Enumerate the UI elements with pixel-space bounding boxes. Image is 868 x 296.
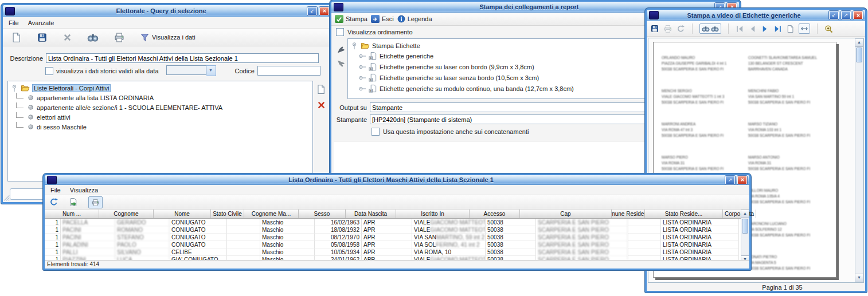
tree-item-label: appartenente alla lista LISTA ORDINARIA [37,94,154,101]
column-header[interactable]: Iscritto In [396,210,470,218]
fit-width-button[interactable] [799,23,810,34]
print-icon[interactable] [663,24,672,33]
column-header[interactable]: Cap [520,210,612,218]
new-query-icon[interactable] [11,32,22,43]
add-criteria-icon[interactable] [316,84,326,94]
export-icon[interactable] [69,198,78,207]
search-labels-button[interactable] [699,23,721,34]
table-row[interactable]: 1 PALLI SILVANO CELIBE Maschio 10/05/193… [45,248,749,256]
first-page-icon[interactable] [736,25,744,33]
cell-num: 1 [45,226,61,234]
minimize-button[interactable]: ↙ [307,7,317,15]
tree-root-label[interactable]: Liste Elettorali - Corpi Attivi [32,84,111,92]
column-header[interactable]: Stato Reside... [645,210,723,218]
legenda-button[interactable]: Legenda [397,15,432,23]
cell-nome: GERARDO [115,219,170,226]
table-body: 1 PACELLA GERARDO CONIUGATO Maschio 16/0… [45,219,749,265]
label-line-3: 50038 SCARPERIA E SAN PIERO FI [748,100,830,105]
column-header[interactable]: Data Nascita [346,210,396,218]
table-row[interactable]: 1 PACELLA GERARDO CONIUGATO Maschio 16/0… [45,219,749,226]
ordinamento-checkbox[interactable] [336,28,344,36]
tree-root[interactable]: Liste Elettorali - Corpi Attivi [10,83,310,93]
refresh-icon[interactable] [677,25,685,33]
restore-button[interactable]: ↗ [725,176,735,184]
scroll-thumb[interactable] [742,219,748,234]
tree-item[interactable]: appartenente alle/e sezione/i 1 - SCUOLA… [10,102,310,112]
scroll-down-icon[interactable]: ▼ [855,274,863,282]
expander-icon[interactable] [350,42,358,50]
menu-file[interactable]: File [9,19,19,26]
thumb-up-icon[interactable] [336,45,345,54]
table-row[interactable]: 1 PALADINI PAOLO CONIUGATO Maschio 05/08… [45,241,749,248]
menu-file[interactable]: File [50,187,61,194]
codice-input[interactable] [257,66,320,76]
save-icon[interactable] [37,32,48,43]
zoom-in-icon[interactable] [824,25,833,33]
minimize-button[interactable]: ↙ [829,11,839,19]
cell-data-nascita: 10/05/1934 [315,248,362,256]
column-header[interactable]: Cognome Ma... [244,210,299,218]
cell-sesso: Maschio [260,219,315,226]
thumb-down-icon[interactable] [336,59,345,68]
close-button[interactable] [853,11,863,19]
scroll-thumb[interactable] [856,48,862,62]
cell-stato-residenza [628,234,661,241]
column-header[interactable]: Sesso [299,210,346,218]
close-button[interactable] [737,176,747,184]
remove-criteria-icon[interactable] [316,100,326,110]
cell-data-nascita: 16/02/1963 [315,219,362,226]
node-expander-icon[interactable] [358,52,366,60]
column-header[interactable]: Stato Civile [211,210,244,218]
esci-button[interactable]: Esci [371,15,394,23]
prev-page-icon[interactable] [748,25,757,33]
restore-button[interactable]: ↗ [841,11,851,19]
table-scrollbar[interactable]: ▲ ▼ [741,210,749,264]
tree-item[interactable]: appartenente alla lista LISTA ORDINARIA [10,93,310,102]
single-page-icon[interactable] [786,25,795,33]
menu-avanzate[interactable]: Avanzate [28,19,54,26]
delete-icon[interactable] [62,33,72,42]
column-header[interactable]: Corpo Lista [723,210,756,218]
cell-num: 1 [45,234,61,241]
column-header[interactable]: Accesso [470,210,520,218]
print-icon[interactable] [114,31,125,43]
expander-icon[interactable] [10,84,18,92]
refresh-icon[interactable] [49,198,58,207]
scroll-up-icon[interactable]: ▲ [741,210,749,218]
visualizza-dati-button[interactable]: Visualizza i dati [140,33,196,42]
storici-checkbox[interactable] [45,67,53,75]
column-header[interactable]: Cognome [99,210,154,218]
label-line-1: MARSO ANTONIO [748,155,830,160]
next-page-icon[interactable] [761,25,769,33]
cell-accesso: VIA ROMA, 10 [412,248,486,256]
table-row[interactable]: 1 PACINI ROMANO CONIUGATO Maschio 18/08/… [45,226,749,234]
node-expander-icon[interactable] [358,74,366,82]
data-combo[interactable]: ▼ [166,65,216,76]
close-button[interactable] [319,7,329,15]
descrizione-input[interactable] [46,53,319,63]
search-icon[interactable] [87,31,99,43]
cell-cognome: PACELLA [61,219,115,226]
node-expander-icon[interactable] [358,85,366,93]
tree-root-label[interactable]: Stampa Etichette [372,42,420,49]
cell-corpo-lista: LISTA ORDINARIA [661,241,739,248]
column-header[interactable]: Num ... [45,210,99,218]
save-icon[interactable] [650,24,659,33]
table-row[interactable]: 1 PACINI STEFANO CONIUGATO Maschio 08/12… [45,234,749,241]
column-header[interactable]: Nome [154,210,211,218]
concatenamenti-checkbox[interactable] [372,128,380,136]
node-expander-icon[interactable] [358,63,366,71]
menu-visualizza[interactable]: Visualizza [70,187,98,194]
resize-grip-icon[interactable] [3,194,10,201]
tree-item[interactable]: elettori attivi [10,112,310,122]
preview-scrollbar[interactable]: ▲ ▼ [855,38,863,282]
column-header[interactable]: Comune Residenza [612,210,645,218]
combo-arrow-icon[interactable]: ▼ [206,65,216,76]
scroll-up-icon[interactable]: ▲ [855,39,863,47]
cell-cognome-ma [227,226,260,234]
stampa-button[interactable]: Stampa [335,15,367,23]
print-button-pressed[interactable] [88,196,103,208]
last-page-icon[interactable] [773,25,782,33]
lista-window-title: Lista Ordinaira - Tutti gli Elettori Mas… [59,176,723,183]
tree-item[interactable]: di sesso Maschile [10,122,310,132]
